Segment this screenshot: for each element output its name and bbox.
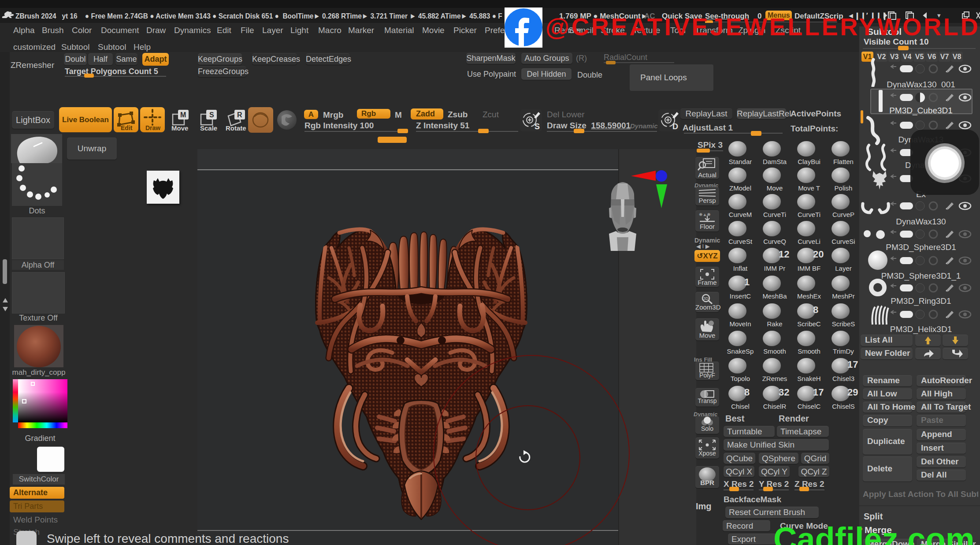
svg-text:M: M bbox=[180, 111, 186, 119]
svg-text:✺▲✺: ✺▲✺ bbox=[699, 212, 711, 217]
svg-text:S: S bbox=[209, 111, 214, 119]
svg-text:Rotate: Rotate bbox=[226, 124, 246, 131]
svg-text:S: S bbox=[535, 122, 540, 131]
svg-text:Edit: Edit bbox=[121, 124, 133, 131]
svg-text:R: R bbox=[237, 111, 242, 119]
svg-text:Move: Move bbox=[171, 124, 188, 131]
svg-text:Draw: Draw bbox=[145, 124, 160, 131]
svg-text:Scale: Scale bbox=[200, 124, 217, 131]
svg-text:D: D bbox=[672, 122, 678, 131]
svg-text:3D: 3D bbox=[703, 296, 709, 301]
